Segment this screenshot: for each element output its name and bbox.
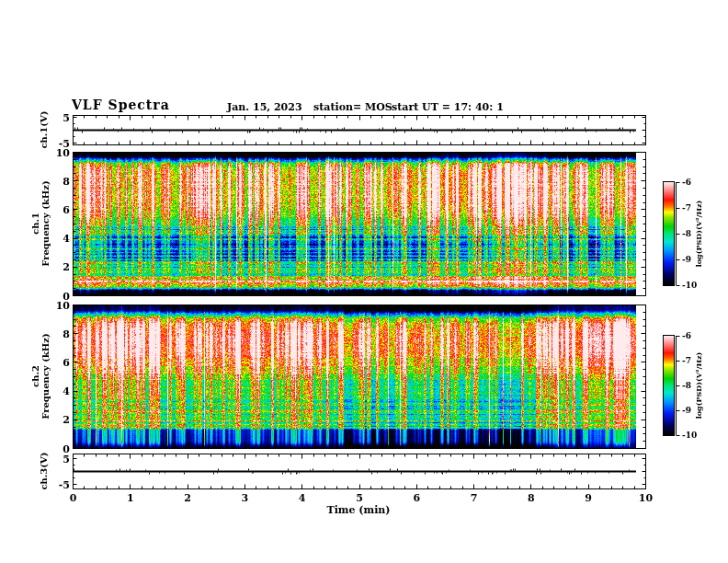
header-date: Jan. 15, 2023 xyxy=(227,101,302,113)
page-title: VLF Spectra xyxy=(72,98,170,112)
ch2-freq-tick-label: 4 xyxy=(63,385,70,397)
colorbar2-tick-label: -7 xyxy=(682,356,691,365)
ch2-freq-tick-label: 6 xyxy=(63,356,70,368)
header-station: station= MOS xyxy=(313,101,392,113)
colorbar2-tick-label: -9 xyxy=(682,406,691,415)
time-tick-label: 2 xyxy=(184,492,191,504)
ch2-freq-tick-label: 2 xyxy=(63,414,70,426)
time-tick-label: 9 xyxy=(585,492,592,504)
colorbar1-label: log(PSD)(V²/Hz) xyxy=(695,201,703,268)
ch1-voltage-axis-label: ch.1(V) xyxy=(39,110,49,148)
ch1-freq-tick-label: 2 xyxy=(63,261,70,273)
ch2-freq-tick-label: 8 xyxy=(63,327,70,339)
time-axis-title: Time (min) xyxy=(326,504,390,516)
ch3-volt-tick-label: -5 xyxy=(59,478,70,490)
colorbar1-tick-label: -9 xyxy=(682,255,691,264)
colorbar2-tick-label: -8 xyxy=(682,381,691,390)
header-start-ut: start UT = 17: 40: 1 xyxy=(392,101,504,113)
time-tick-label: 8 xyxy=(528,492,535,504)
ch2-axis-label-line2: Frequency (kHz) xyxy=(40,333,51,419)
time-tick-label: 3 xyxy=(242,492,249,504)
colorbar1-tick-label: -6 xyxy=(682,178,691,187)
ch1-axis-label-line2: Frequency (kHz) xyxy=(40,180,51,266)
colorbar2-tick-label: -6 xyxy=(682,331,691,340)
ch3-volt-tick-label: 5 xyxy=(63,453,70,465)
spectra-plot-canvas xyxy=(0,0,728,563)
colorbar2-label: log(PSD)(V²/Hz) xyxy=(695,352,703,419)
colorbar1-tick-label: -7 xyxy=(682,203,691,213)
ch1-volt-tick-label: 5 xyxy=(63,111,70,123)
ch1-volt-tick-label: -5 xyxy=(59,137,70,149)
ch2-freq-tick-label: 10 xyxy=(56,299,70,311)
colorbar1-tick-label: -8 xyxy=(682,229,691,238)
ch1-freq-tick-label: 6 xyxy=(63,203,70,215)
time-tick-label: 7 xyxy=(471,492,478,504)
ch3-voltage-axis-label: ch.3(V) xyxy=(39,452,49,489)
ch1-axis-label-line1: ch.1 xyxy=(30,180,40,266)
time-tick-label: 1 xyxy=(127,492,134,504)
colorbar1-tick-label: -10 xyxy=(682,281,697,290)
time-tick-label: 4 xyxy=(299,492,306,504)
time-tick-label: 5 xyxy=(356,492,363,504)
time-tick-label: 10 xyxy=(639,492,653,504)
ch1-freq-tick-label: 4 xyxy=(63,233,70,245)
time-tick-label: 0 xyxy=(70,492,77,504)
time-tick-label: 6 xyxy=(413,492,420,504)
ch1-frequency-axis-label: ch.1 Frequency (kHz) xyxy=(30,180,51,266)
ch2-frequency-axis-label: ch.2 Frequency (kHz) xyxy=(30,333,51,419)
colorbar2-tick-label: -10 xyxy=(682,431,697,440)
ch2-axis-label-line1: ch.2 xyxy=(30,333,40,419)
ch1-freq-tick-label: 8 xyxy=(63,175,70,187)
vlf-spectra-figure: VLF Spectra Jan. 15, 2023 station= MOS s… xyxy=(0,0,728,563)
